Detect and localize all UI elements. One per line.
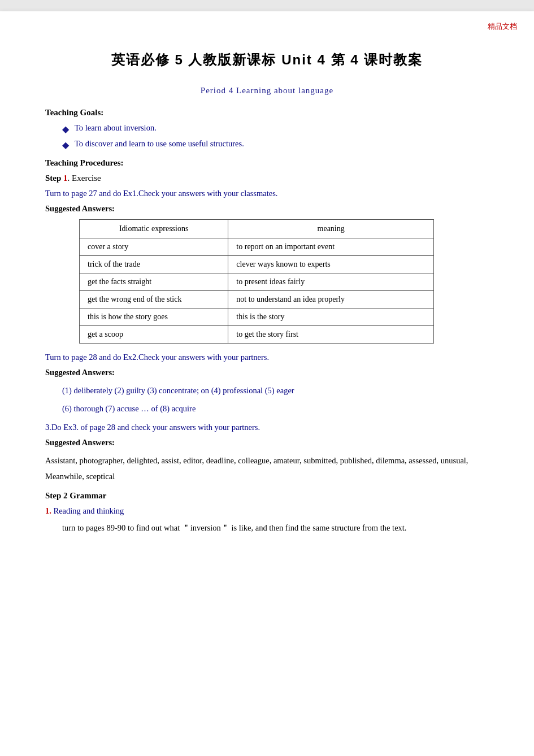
- table-header-left: Idiomatic expressions: [80, 220, 228, 238]
- teaching-procedures-label: Teaching Procedures:: [45, 158, 489, 168]
- inst-text-1: Turn to page 27 and do Ex1.Check your an…: [45, 189, 277, 198]
- step1-heading: Step 1. Exercise: [45, 173, 489, 183]
- table-cell-meaning: this is the story: [228, 309, 434, 326]
- teaching-goals-label: Teaching Goals:: [45, 108, 489, 118]
- inst-text-3: 3.Do Ex3. of page 28 and check your answ…: [45, 423, 260, 432]
- goal-item-2: ◆ To discover and learn to use some usef…: [62, 139, 489, 150]
- table-cell-meaning: not to understand an idea properly: [228, 291, 434, 309]
- goal-text-1: To learn about inversion.: [75, 123, 157, 133]
- sub-num-1: 1.: [45, 506, 51, 515]
- instruction-2: Turn to page 28 and do Ex2.Check your an…: [45, 353, 489, 362]
- table-cell-expression: cover a story: [80, 238, 228, 256]
- bullet-icon-2: ◆: [62, 140, 69, 150]
- step2-heading: Step 2 Grammar: [45, 491, 489, 501]
- page-title: 英语必修 5 人教版新课标 Unit 4 第 4 课时教案: [45, 51, 489, 69]
- answers-row-1: (1) deliberately (2) guilty (3) concentr…: [62, 383, 489, 398]
- suggested-label-3: Suggested Answers:: [45, 438, 489, 447]
- sub-step-1: 1. Reading and thinking: [45, 506, 489, 516]
- table-cell-meaning: clever ways known to experts: [228, 256, 434, 273]
- table-cell-expression: get the facts straight: [80, 273, 228, 291]
- table-cell-meaning: to report on an important event: [228, 238, 434, 256]
- step1-title: . Exercise: [68, 173, 101, 183]
- table-cell-meaning: to get the story first: [228, 326, 434, 344]
- goal-text-2: To discover and learn to use some useful…: [75, 139, 244, 149]
- table-cell-expression: trick of the trade: [80, 256, 228, 273]
- step1-word: Step: [45, 173, 63, 183]
- table-row: get the facts straightto present ideas f…: [80, 273, 434, 291]
- answers-row-2: (6) thorough (7) accuse … of (8) acquire: [62, 401, 489, 416]
- table-cell-expression: get the wrong end of the stick: [80, 291, 228, 309]
- table-row: get a scoopto get the story first: [80, 326, 434, 344]
- sub-content-1: turn to pages 89-90 to find out what ＂in…: [62, 520, 489, 536]
- sub-label-1: Reading and thinking: [51, 506, 124, 515]
- inst-text-2: Turn to page 28 and do Ex2.Check your an…: [45, 353, 269, 362]
- table-row: get the wrong end of the sticknot to und…: [80, 291, 434, 309]
- table-cell-expression: get a scoop: [80, 326, 228, 344]
- table-cell-expression: this is how the story goes: [80, 309, 228, 326]
- table-row: cover a storyto report on an important e…: [80, 238, 434, 256]
- table-row: trick of the tradeclever ways known to e…: [80, 256, 434, 273]
- table-row: this is how the story goesthis is the st…: [80, 309, 434, 326]
- document-page: 精品文档 英语必修 5 人教版新课标 Unit 4 第 4 课时教案 Perio…: [0, 11, 534, 756]
- instruction-1: Turn to page 27 and do Ex1.Check your an…: [45, 189, 489, 198]
- step2-label: Step 2 Grammar: [45, 491, 106, 500]
- table-cell-meaning: to present ideas fairly: [228, 273, 434, 291]
- suggested-label-2: Suggested Answers:: [45, 368, 489, 377]
- period-line: Period 4 Learning about language: [45, 86, 489, 95]
- suggested-label-1: Suggested Answers:: [45, 204, 489, 214]
- vocab-text: Assistant, photographer, delighted, assi…: [45, 453, 489, 484]
- idioms-table: Idiomatic expressions meaning cover a st…: [79, 219, 434, 344]
- instruction-3: 3.Do Ex3. of page 28 and check your answ…: [45, 423, 489, 432]
- goal-item-1: ◆ To learn about inversion.: [62, 123, 489, 134]
- table-header-right: meaning: [228, 220, 434, 238]
- step1-num: 1: [63, 173, 68, 183]
- watermark-label: 精品文档: [488, 21, 517, 32]
- bullet-icon-1: ◆: [62, 124, 69, 134]
